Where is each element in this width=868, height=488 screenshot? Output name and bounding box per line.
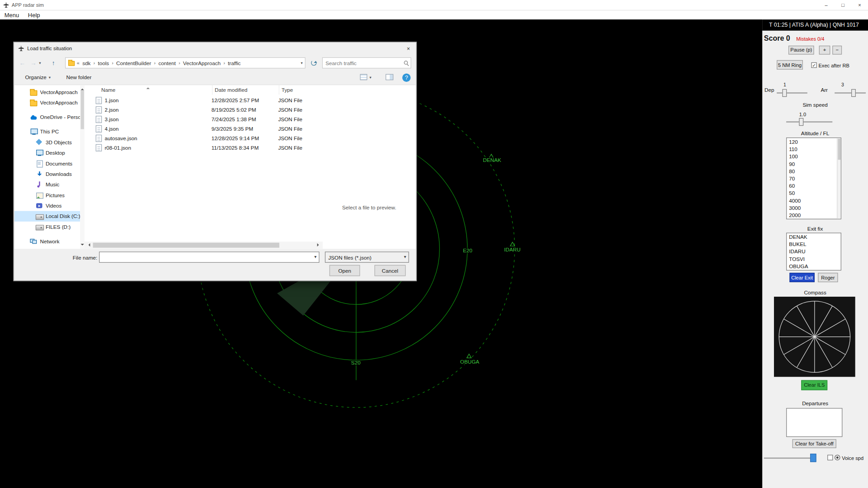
scroll-down-icon[interactable] [80, 244, 84, 247]
altitude-option[interactable]: 60 [787, 182, 840, 190]
altitude-option[interactable]: 3000 [787, 204, 840, 211]
back-button[interactable]: ← [17, 58, 27, 68]
ring-toggle-button[interactable]: 5 NM Ring [777, 60, 803, 70]
sim-speed-slider-track[interactable] [786, 121, 832, 122]
breadcrumb-content[interactable]: content [157, 60, 177, 66]
preview-pane-button[interactable] [386, 74, 393, 81]
column-header-type[interactable]: Type [279, 85, 323, 95]
close-button[interactable]: × [851, 0, 868, 10]
altitude-option[interactable]: 50 [787, 190, 840, 197]
voice-speed-slider-track[interactable] [764, 458, 811, 459]
voice-speed-slider-thumb[interactable] [810, 454, 816, 462]
file-name-input[interactable] [99, 252, 310, 262]
zoom-in-button[interactable]: + [819, 46, 830, 55]
clear-ils-button[interactable]: Clear ILS [801, 380, 827, 390]
minimize-button[interactable]: – [818, 0, 835, 10]
file-row[interactable]: 4.json 9/3/2025 9:35 PM JSON File [85, 124, 323, 133]
altitude-option[interactable]: 80 [787, 167, 840, 175]
sim-speed-slider-thumb[interactable] [799, 118, 803, 126]
sidebar-item-vectorapproach[interactable]: VectorApproach [14, 97, 80, 108]
exit-fix-option[interactable]: IDARU [787, 248, 840, 255]
address-bar[interactable]: « sdk › tools › ContentBuilder › content… [65, 57, 306, 69]
sidebar-item-files-d[interactable]: FILES (D:) [14, 222, 80, 232]
cancel-button[interactable]: Cancel [374, 265, 406, 276]
roger-button[interactable]: Roger [818, 273, 838, 282]
sidebar-item-desktop[interactable]: Desktop [14, 147, 80, 158]
forward-button[interactable]: → [28, 58, 38, 68]
exit-fix-option[interactable]: DENAK [787, 233, 840, 241]
file-row[interactable]: autosave.json 12/28/2025 9:14 PM JSON Fi… [85, 133, 323, 143]
exit-fix-option[interactable]: TOSVI [787, 255, 840, 262]
altitude-option[interactable]: 100 [787, 153, 840, 160]
file-list-horizontal-scrollbar[interactable] [85, 242, 323, 249]
horizontal-scrollbar-thumb[interactable] [93, 243, 279, 248]
exit-fix-listbox[interactable]: DENAK BUKEL IDARU TOSVI OBUGA [786, 232, 841, 270]
exit-fix-option[interactable]: OBUGA [787, 263, 840, 270]
zoom-out-button[interactable]: − [832, 46, 842, 55]
sidebar-item-local-disk-c[interactable]: Local Disk (C:) [14, 211, 80, 221]
dialog-titlebar[interactable]: Load traffic situation [14, 43, 416, 55]
organize-button[interactable]: Organize ▾ [25, 74, 51, 81]
arr-slider-track[interactable] [835, 92, 866, 93]
voice-checkbox[interactable] [827, 455, 833, 460]
nav-history-dropdown-icon[interactable]: ▾ [39, 61, 41, 65]
sidebar-item-pictures[interactable]: Pictures [14, 190, 80, 200]
file-row[interactable]: r08-01.json 11/13/2025 8:34 PM JSON File [85, 143, 323, 152]
sidebar-item-vectorapproach[interactable]: VectorApproach [14, 87, 80, 97]
breadcrumb-traffic[interactable]: traffic [227, 60, 242, 66]
altitude-scrollbar[interactable] [837, 138, 841, 218]
menu-item-help[interactable]: Help [28, 11, 40, 18]
dep-slider-thumb[interactable] [782, 89, 787, 97]
sidebar-item-downloads[interactable]: Downloads [14, 169, 80, 179]
sidebar-item-videos[interactable]: Videos [14, 200, 80, 211]
altitude-option[interactable]: 110 [787, 145, 840, 152]
refresh-button[interactable] [308, 57, 320, 69]
up-button[interactable]: ↑ [48, 58, 58, 68]
file-row[interactable]: 1.json 12/28/2025 2:57 PM JSON File [85, 96, 323, 105]
sidebar-scrollbar-thumb[interactable] [80, 90, 84, 129]
pause-button[interactable]: Pause (p) [788, 46, 814, 55]
file-row[interactable]: 2.json 8/19/2025 5:02 PM JSON File [85, 105, 323, 115]
sidebar-item-documents[interactable]: Documents [14, 158, 80, 169]
sidebar-item-onedrive[interactable]: OneDrive - Person [14, 112, 80, 122]
file-type-select[interactable]: JSON files (*.json) ▾ [325, 251, 409, 263]
clear-for-takeoff-button[interactable]: Clear for Take-off [793, 439, 836, 448]
breadcrumb-contentbuilder[interactable]: ContentBuilder [115, 60, 152, 66]
breadcrumb-tools[interactable]: tools [97, 60, 110, 66]
compass-display[interactable] [774, 297, 855, 377]
scroll-up-icon[interactable] [80, 87, 84, 90]
column-header-date-modified[interactable]: Date modified [212, 85, 279, 95]
sidebar-item-network[interactable]: Network [14, 236, 80, 246]
scroll-right-icon[interactable] [317, 243, 321, 246]
sidebar-item-3d-objects[interactable]: 3D Objects [14, 137, 80, 147]
search-input[interactable] [323, 58, 410, 68]
search-box[interactable] [322, 57, 411, 69]
file-name-combo[interactable]: ▾ [99, 251, 319, 263]
altitude-option[interactable]: 70 [787, 175, 840, 182]
sidebar-scrollbar[interactable] [80, 85, 85, 249]
breadcrumb-vectorapproach[interactable]: VectorApproach [182, 60, 222, 66]
altitude-option[interactable]: 120 [787, 138, 840, 145]
open-button[interactable]: Open [330, 265, 360, 276]
altitude-option[interactable]: 2000 [787, 212, 840, 219]
breadcrumb-collapsed[interactable]: « [77, 60, 80, 66]
dep-slider-track[interactable] [777, 92, 807, 93]
sidebar-item-music[interactable]: Music [14, 179, 80, 190]
clear-exit-button[interactable]: Clear Exit [789, 273, 814, 282]
altitude-option[interactable]: 90 [787, 160, 840, 167]
file-row[interactable]: 3.json 7/24/2025 1:38 PM JSON File [85, 115, 323, 124]
menu-item-menu[interactable]: Menu [5, 11, 19, 18]
chevron-down-icon[interactable]: ▾ [314, 254, 316, 259]
exec-after-rb-checkbox[interactable]: ✓ [811, 62, 816, 68]
dialog-close-button[interactable]: × [402, 43, 415, 53]
exit-fix-option[interactable]: BUKEL [787, 241, 840, 248]
maximize-button[interactable]: □ [835, 0, 851, 10]
departures-listbox[interactable] [786, 408, 842, 437]
arr-slider-thumb[interactable] [851, 89, 856, 97]
breadcrumb-sdk[interactable]: sdk [81, 60, 92, 66]
altitude-option[interactable]: 4000 [787, 197, 840, 204]
new-folder-button[interactable]: New folder [66, 74, 91, 81]
sidebar-item-this-pc[interactable]: This PC [14, 126, 80, 137]
views-button[interactable]: ▾ [360, 74, 371, 81]
altitude-listbox[interactable]: 120 110 100 90 80 70 60 50 4000 3000 200… [786, 137, 841, 219]
